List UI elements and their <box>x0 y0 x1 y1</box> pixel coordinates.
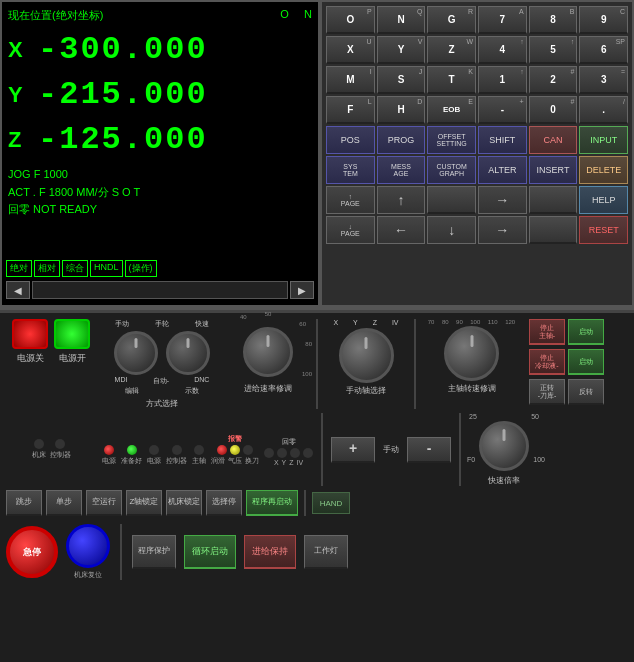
key-n[interactable]: NQ <box>377 6 426 34</box>
key-dot[interactable]: ./ <box>579 96 628 124</box>
prog-protect-btn[interactable]: 程序保护 <box>132 535 176 569</box>
key-delete[interactable]: DELETE <box>579 156 628 184</box>
quick-feed-knob[interactable] <box>479 421 529 471</box>
axis-knob[interactable] <box>339 328 394 383</box>
axis-y-label: Y <box>353 319 358 326</box>
nav-right-btn[interactable]: ▶ <box>290 281 314 299</box>
jog-btn[interactable]: 跳步 <box>6 490 42 516</box>
display-panel: 现在位置(绝对坐标) O N X -300.000 Y -215.000 Z -… <box>0 0 320 307</box>
key-g[interactable]: GR <box>427 6 476 34</box>
key-page-up[interactable]: ↑PAGE <box>326 186 375 214</box>
key-can[interactable]: CAN <box>529 126 578 154</box>
jog-minus-btn[interactable]: - <box>407 437 451 463</box>
restart-btn[interactable]: 程序再启动 <box>246 490 298 516</box>
spindle-start-btn[interactable]: 启动 <box>568 319 604 345</box>
spindle-knob[interactable] <box>444 326 499 381</box>
key-m[interactable]: MI <box>326 66 375 94</box>
zero-z-led <box>290 448 300 458</box>
key-shift[interactable]: SHIFT <box>478 126 527 154</box>
estop-label: 急停 <box>23 546 41 559</box>
single-btn[interactable]: 单步 <box>46 490 82 516</box>
rev-btn[interactable]: 反转 <box>568 379 604 405</box>
key-t[interactable]: TK <box>427 66 476 94</box>
key-4[interactable]: 4↑ <box>478 36 527 64</box>
machine-label: 机床 <box>32 450 46 460</box>
feedrate-knob[interactable] <box>243 327 293 377</box>
keypad-row1: OP NQ GR 7A 8B 9C <box>326 6 628 34</box>
tab-combined[interactable]: 综合 <box>62 260 88 277</box>
key-up[interactable]: ↑ <box>377 186 426 214</box>
key-page-down[interactable]: ↓PAGE <box>326 216 375 244</box>
stop-select-btn[interactable]: 选择停 <box>206 490 242 516</box>
key-down[interactable]: ↓ <box>427 216 476 244</box>
cycle-start-btn[interactable]: 循环启动 <box>184 535 236 569</box>
mode-knob1[interactable] <box>114 331 158 375</box>
key-right1[interactable]: → <box>478 186 527 214</box>
mode-knob2[interactable] <box>166 331 210 375</box>
key-f[interactable]: FL <box>326 96 375 124</box>
key-6[interactable]: 6SP <box>579 36 628 64</box>
feed-hold-btn[interactable]: 进给保持 <box>244 535 296 569</box>
machine-lock-btn[interactable]: 机床锁定 <box>166 490 202 516</box>
key-message[interactable]: MESSAGE <box>377 156 426 184</box>
key-3[interactable]: 3= <box>579 66 628 94</box>
key-x[interactable]: XU <box>326 36 375 64</box>
x-value: -300.000 <box>38 31 208 68</box>
ctrl-top-row: 电源关 电源开 手动 手轮 快速 MDI 自动- DNC 编辑 示数 <box>6 319 628 409</box>
z-value: -125.000 <box>38 121 208 158</box>
key-7[interactable]: 7A <box>478 6 527 34</box>
keypad-row6: SYSTEM MESSAGE CUSTOMGRAPH ALTER INSERT … <box>326 156 628 184</box>
coolant-start-btn[interactable]: 启动 <box>568 349 604 375</box>
key-left[interactable]: ← <box>377 216 426 244</box>
mode-label-auto: 自动- <box>153 376 169 386</box>
machine-reset-button[interactable] <box>66 524 110 568</box>
key-z[interactable]: ZW <box>427 36 476 64</box>
tab-rel[interactable]: 相对 <box>34 260 60 277</box>
key-alter[interactable]: ALTER <box>478 156 527 184</box>
mode-label-rapid: 快速 <box>195 319 209 329</box>
key-eob[interactable]: EOBE <box>427 96 476 124</box>
key-minus[interactable]: -+ <box>478 96 527 124</box>
mode-label-disp: 示数 <box>185 386 199 396</box>
key-s[interactable]: SJ <box>377 66 426 94</box>
tab-ops[interactable]: (操作) <box>125 260 157 277</box>
work-light-btn[interactable]: 工作灯 <box>304 535 348 569</box>
key-pos[interactable]: POS <box>326 126 375 154</box>
hand-btn[interactable]: HAND <box>312 492 350 514</box>
tab-hndl[interactable]: HNDL <box>90 260 123 277</box>
key-0[interactable]: 0# <box>529 96 578 124</box>
key-help[interactable]: HELP <box>579 186 628 214</box>
air-run-btn[interactable]: 空运行 <box>86 490 122 516</box>
key-5[interactable]: 5↑ <box>529 36 578 64</box>
estop-button[interactable]: 急停 <box>6 526 58 578</box>
fwd-btn[interactable]: 正转-刀库- <box>529 379 565 405</box>
nav-left-btn[interactable]: ◀ <box>6 281 30 299</box>
key-2[interactable]: 2# <box>529 66 578 94</box>
power-on-button[interactable] <box>54 319 90 349</box>
x-coord-row: X -300.000 <box>8 31 312 68</box>
key-8[interactable]: 8B <box>529 6 578 34</box>
key-system[interactable]: SYSTEM <box>326 156 375 184</box>
key-h[interactable]: HD <box>377 96 426 124</box>
key-o[interactable]: OP <box>326 6 375 34</box>
coolant-stop-btn[interactable]: 停止冷却液- <box>529 349 565 375</box>
zero-leds <box>264 448 313 458</box>
z-lock-btn[interactable]: Z轴锁定 <box>126 490 162 516</box>
key-right2[interactable]: → <box>478 216 527 244</box>
key-reset[interactable]: RESET <box>579 216 628 244</box>
key-prog[interactable]: PROG <box>377 126 426 154</box>
status-line2: ACT . F 1800 MM/分 S O T <box>8 184 312 202</box>
zero-y-led <box>277 448 287 458</box>
power-off-button[interactable] <box>12 319 48 349</box>
key-1[interactable]: 1↑ <box>478 66 527 94</box>
key-custom[interactable]: CUSTOMGRAPH <box>427 156 476 184</box>
key-input[interactable]: INPUT <box>579 126 628 154</box>
key-y[interactable]: YV <box>377 36 426 64</box>
jog-plus-btn[interactable]: + <box>331 437 375 463</box>
key-9[interactable]: 9C <box>579 6 628 34</box>
mode-section: 手动 手轮 快速 MDI 自动- DNC 编辑 示数 方式选择 <box>102 319 222 409</box>
key-offset[interactable]: OFFSETSETTING <box>427 126 476 154</box>
tab-abs[interactable]: 绝对 <box>6 260 32 277</box>
spindle-stop-btn[interactable]: 停止主轴- <box>529 319 565 345</box>
key-insert[interactable]: INSERT <box>529 156 578 184</box>
